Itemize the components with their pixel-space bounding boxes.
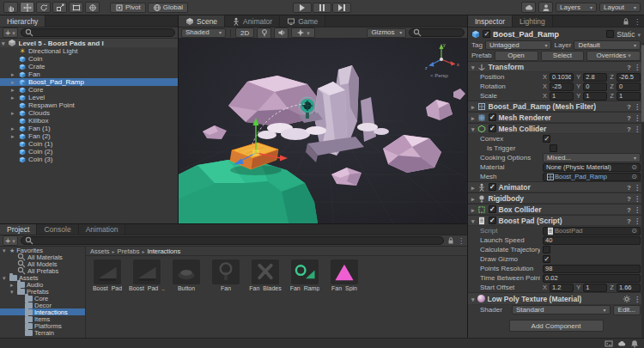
menu-icon[interactable] xyxy=(634,205,641,214)
gizmos-dropdown[interactable]: Gizmos xyxy=(367,28,406,38)
move-tool-button[interactable] xyxy=(20,2,34,13)
menu-icon[interactable] xyxy=(634,217,641,225)
tab-scene[interactable]: Scene xyxy=(179,15,225,27)
component-enabled-checkbox[interactable] xyxy=(489,125,496,132)
expand-caret[interactable] xyxy=(471,205,475,214)
component-mesh-collider-header[interactable]: Mesh Collider xyxy=(468,123,644,134)
add-component-button[interactable]: Add Component xyxy=(509,320,604,332)
object-picker-icon[interactable] xyxy=(631,163,637,171)
start-offset-x-input[interactable] xyxy=(550,284,574,292)
breadcrumb-item[interactable]: Prefabs xyxy=(118,247,140,255)
rotation-y-input[interactable] xyxy=(583,82,607,91)
expand-caret[interactable] xyxy=(471,63,475,71)
asset-item[interactable]: Fan xyxy=(208,259,244,291)
menu-icon[interactable] xyxy=(634,17,641,26)
component-mesh-filter-header[interactable]: Boost_Pad_Ramp (Mesh Filter) xyxy=(468,101,644,112)
component-enabled-checkbox[interactable] xyxy=(489,205,496,213)
project-search-input[interactable] xyxy=(21,236,444,245)
prefab-overrides-button[interactable]: Overrides xyxy=(586,51,641,61)
hierarchy-item[interactable]: Fan (1) xyxy=(0,125,178,132)
scene-audio-toggle[interactable] xyxy=(274,27,289,39)
component-enabled-checkbox[interactable] xyxy=(489,217,496,224)
tab-animator[interactable]: Animator xyxy=(225,15,280,27)
notifications-icon[interactable] xyxy=(630,339,639,348)
global-toggle-button[interactable]: Global xyxy=(148,3,188,13)
physic-material-field[interactable]: None (Physic Material) xyxy=(543,163,641,172)
hierarchy-item[interactable]: Core xyxy=(0,86,178,94)
expand-caret[interactable] xyxy=(2,40,5,47)
hierarchy-item[interactable]: Coin xyxy=(0,55,178,63)
expand-caret[interactable] xyxy=(11,86,16,94)
expand-caret[interactable] xyxy=(11,94,16,101)
layer-dropdown[interactable]: Default xyxy=(574,40,641,50)
tab-game[interactable]: Game xyxy=(280,15,325,27)
help-icon[interactable] xyxy=(627,205,631,214)
pause-button[interactable] xyxy=(313,3,331,13)
transform-tool-button[interactable] xyxy=(85,2,100,13)
convex-checkbox[interactable] xyxy=(543,135,550,143)
tag-dropdown[interactable]: Untagged xyxy=(485,40,552,50)
calculate-trajectory-checkbox[interactable] xyxy=(543,246,550,253)
hierarchy-item[interactable]: Directional Light xyxy=(0,47,178,55)
expand-caret[interactable] xyxy=(11,109,16,117)
menu-icon[interactable] xyxy=(634,194,641,203)
rotation-z-input[interactable] xyxy=(617,82,641,91)
prefab-open-button[interactable]: Open xyxy=(495,51,538,61)
enabled-checkbox[interactable] xyxy=(483,30,490,38)
rotation-x-input[interactable] xyxy=(550,82,574,91)
expand-caret[interactable] xyxy=(11,70,16,78)
static-checkbox[interactable] xyxy=(606,30,614,38)
scale-z-input[interactable] xyxy=(617,92,641,101)
scene-header-row[interactable]: Level 5 - Boost Pads and I xyxy=(0,39,178,47)
asset-item[interactable]: Boost_Pad_... xyxy=(129,259,165,291)
expand-caret[interactable] xyxy=(471,217,475,225)
asset-item[interactable]: Fan_Spin xyxy=(326,259,362,291)
expand-caret[interactable] xyxy=(3,247,8,254)
expand-caret[interactable] xyxy=(471,295,475,303)
hierarchy-item[interactable]: Respawn Point xyxy=(0,101,178,109)
component-mesh-renderer-header[interactable]: Mesh Renderer xyxy=(468,112,644,123)
hierarchy-item[interactable]: Clouds xyxy=(0,109,178,117)
scale-y-input[interactable] xyxy=(583,92,607,101)
component-animator-header[interactable]: Animator xyxy=(468,181,644,192)
expand-caret[interactable] xyxy=(3,274,8,282)
component-boost-pad-header[interactable]: Boost Pad (Script) xyxy=(468,215,644,226)
tab-animation[interactable]: Animation xyxy=(79,224,126,235)
breadcrumb-item[interactable]: Interactions xyxy=(147,247,180,255)
gear-icon[interactable] xyxy=(623,295,631,303)
help-icon[interactable] xyxy=(627,113,631,122)
expand-caret[interactable] xyxy=(471,183,475,192)
component-box-collider-header[interactable]: Box Collider xyxy=(468,204,644,215)
cloud-status-icon[interactable] xyxy=(617,339,626,348)
cooking-options-dropdown[interactable]: Mixed... xyxy=(543,153,641,162)
hierarchy-item[interactable]: Coin (3) xyxy=(0,156,178,163)
component-rigidbody-header[interactable]: Rigidbody xyxy=(468,192,644,204)
persp-label[interactable]: < Persp xyxy=(430,73,449,78)
help-icon[interactable] xyxy=(627,194,631,203)
tab-inspector[interactable]: Inspector xyxy=(468,15,513,27)
gizmo-center-handle[interactable] xyxy=(253,150,259,156)
start-offset-z-input[interactable] xyxy=(617,284,641,292)
help-icon[interactable] xyxy=(627,125,631,133)
play-button[interactable] xyxy=(293,3,312,13)
help-icon[interactable] xyxy=(627,63,631,71)
menu-icon[interactable] xyxy=(634,63,641,71)
expand-caret[interactable] xyxy=(10,288,15,296)
collab-button[interactable] xyxy=(521,2,536,13)
start-offset-y-input[interactable] xyxy=(583,284,607,292)
create-object-button[interactable] xyxy=(3,27,18,38)
menu-icon[interactable] xyxy=(634,102,641,111)
scene-search-input[interactable] xyxy=(409,28,465,37)
project-tree-item[interactable]: Terrain xyxy=(0,329,85,336)
hierarchy-item[interactable]: Fan (2) xyxy=(0,132,178,140)
console-status-icon[interactable] xyxy=(605,339,613,348)
time-between-points-input[interactable] xyxy=(543,274,641,283)
hierarchy-item[interactable]: Killbox xyxy=(0,117,178,125)
hierarchy-item[interactable]: Boost_Pad_Ramp xyxy=(0,78,178,86)
rect-tool-button[interactable] xyxy=(69,2,83,13)
step-button[interactable] xyxy=(332,3,351,13)
component-enabled-checkbox[interactable] xyxy=(489,183,496,191)
asset-item[interactable]: Fan_Blades xyxy=(247,259,283,291)
rotate-tool-button[interactable] xyxy=(36,2,51,13)
account-button[interactable] xyxy=(538,2,553,13)
